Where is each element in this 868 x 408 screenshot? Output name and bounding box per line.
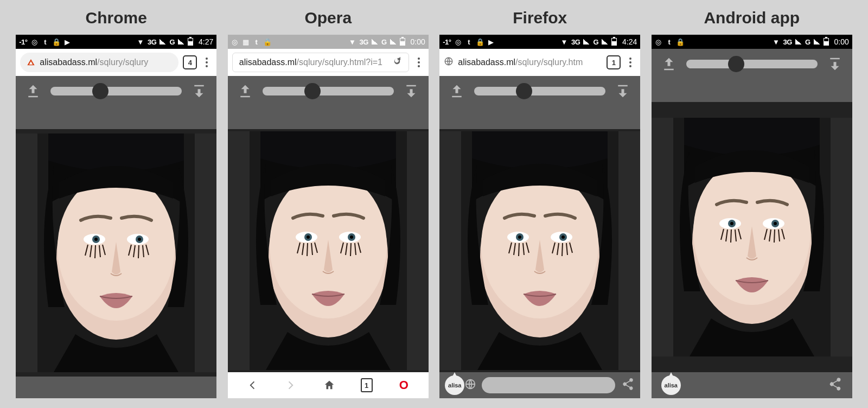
app-toolbar bbox=[228, 76, 429, 106]
menu-icon[interactable] bbox=[625, 58, 636, 67]
download-icon[interactable] bbox=[189, 81, 209, 101]
opera-bottom-nav: 1 O bbox=[228, 372, 429, 398]
signal-icon-2 bbox=[390, 39, 397, 44]
zoom-slider[interactable] bbox=[474, 87, 605, 95]
battery-icon bbox=[611, 38, 617, 46]
wifi-icon: ▼ bbox=[773, 38, 780, 46]
lock-icon: 🔒 bbox=[476, 38, 484, 46]
signal-icon-2 bbox=[602, 39, 608, 44]
download-icon[interactable] bbox=[401, 81, 421, 101]
battery-icon bbox=[188, 38, 193, 46]
globe-icon[interactable] bbox=[464, 378, 476, 392]
wifi-icon: ▼ bbox=[137, 38, 144, 46]
clock: 0:00 bbox=[834, 37, 849, 46]
image-viewport[interactable] bbox=[439, 129, 640, 372]
download-icon[interactable] bbox=[613, 81, 633, 101]
temp: -1° bbox=[19, 38, 27, 46]
content-image bbox=[228, 129, 429, 372]
upload-icon[interactable] bbox=[659, 54, 679, 74]
signal-icon-2 bbox=[814, 39, 820, 44]
share-icon[interactable] bbox=[827, 377, 843, 394]
image-viewport[interactable] bbox=[652, 102, 852, 372]
image-viewport[interactable] bbox=[228, 129, 429, 372]
col-title: Chrome bbox=[86, 9, 147, 27]
instagram-icon: ◎ bbox=[31, 38, 39, 46]
phone-firefox: -1° ◎ t 🔒 ▶ ▼ 3G G 4:24 alisabadass.ml/s… bbox=[439, 35, 640, 398]
wifi-icon: ▼ bbox=[349, 38, 356, 46]
play-store-icon: ▶ bbox=[487, 38, 495, 46]
phone-chrome: -1° ◎ t 🔒 ▶ ▼ 3G G 4:27 alisabadass.ml/s… bbox=[16, 35, 216, 398]
address-field[interactable]: alisabadass.ml/sqlury/sqlury.html?i=1 bbox=[232, 53, 409, 72]
col-title: Opera bbox=[304, 9, 352, 27]
statusbar: -1° ◎ t 🔒 ▶ ▼ 3G G 4:27 bbox=[16, 35, 216, 49]
tabs-button[interactable]: 4 bbox=[183, 55, 197, 69]
menu-icon[interactable] bbox=[201, 58, 212, 67]
menu-icon[interactable] bbox=[413, 58, 424, 67]
signal-icon bbox=[159, 39, 166, 44]
address-field[interactable]: alisabadass.ml/sqlury/sqlury.htm bbox=[458, 58, 602, 67]
android-bottom-bar: alisa bbox=[652, 372, 852, 398]
column-chrome: Chrome -1° ◎ t 🔒 ▶ ▼ 3G G 4:27 alis bbox=[15, 3, 218, 398]
zoom-slider[interactable] bbox=[50, 87, 182, 95]
net-label: 3G bbox=[571, 38, 580, 46]
reload-icon[interactable] bbox=[392, 56, 402, 68]
warning-icon bbox=[27, 58, 35, 67]
search-field[interactable] bbox=[482, 377, 615, 393]
net-label: 3G bbox=[783, 38, 792, 46]
instagram-icon: ◎ bbox=[655, 38, 662, 46]
lock-icon: 🔒 bbox=[676, 38, 684, 46]
opera-urlbar: alisabadass.ml/sqlury/sqlury.html?i=1 bbox=[228, 49, 429, 76]
tumblr-icon: t bbox=[253, 38, 260, 46]
column-opera: Opera ◎ ▦ t 🔒 ▼ 3G G 0:00 alisabadass.ml… bbox=[227, 3, 430, 398]
tabs-button[interactable]: 1 bbox=[607, 55, 621, 69]
back-button[interactable] bbox=[245, 378, 259, 392]
slider-knob[interactable] bbox=[304, 83, 321, 99]
share-icon[interactable] bbox=[621, 377, 635, 393]
column-android: Android app ◎ t 🔒 ▼ 3G G 0:00 bbox=[651, 3, 853, 398]
address-field[interactable]: alisabadass.ml/sqlury/sqlury bbox=[20, 53, 178, 72]
firefox-bottom-bar: alisa bbox=[439, 372, 640, 398]
image-viewport[interactable] bbox=[16, 129, 216, 377]
lock-icon: 🔒 bbox=[264, 38, 271, 46]
download-icon[interactable] bbox=[825, 54, 845, 74]
clock: 4:27 bbox=[199, 37, 213, 46]
spacer bbox=[16, 106, 216, 129]
temp: -1° bbox=[443, 38, 451, 46]
wifi-icon: ▼ bbox=[560, 38, 568, 46]
content-image bbox=[16, 129, 216, 377]
upload-icon[interactable] bbox=[447, 81, 467, 101]
app-toolbar bbox=[16, 76, 216, 106]
net-label: 3G bbox=[360, 38, 368, 46]
opera-icon[interactable]: O bbox=[397, 378, 411, 392]
carrier: G bbox=[593, 38, 598, 46]
slider-knob[interactable] bbox=[92, 83, 108, 99]
clock: 4:24 bbox=[622, 37, 637, 46]
zoom-slider[interactable] bbox=[686, 60, 818, 68]
alisa-badge[interactable]: alisa bbox=[445, 375, 464, 395]
forward-button[interactable] bbox=[284, 378, 298, 392]
tabs-button[interactable]: 1 bbox=[361, 378, 373, 392]
lock-icon: 🔒 bbox=[53, 38, 60, 46]
slider-knob[interactable] bbox=[516, 83, 532, 99]
alisa-badge[interactable]: alisa bbox=[661, 375, 681, 395]
phone-opera: ◎ ▦ t 🔒 ▼ 3G G 0:00 alisabadass.ml/sqlur… bbox=[228, 35, 429, 398]
zoom-slider[interactable] bbox=[263, 87, 394, 95]
signal-icon bbox=[583, 39, 590, 44]
instagram-icon: ◎ bbox=[231, 38, 239, 46]
url-path: /sqlury/sqlury.html?i=1 bbox=[297, 58, 382, 67]
net-label: 3G bbox=[148, 38, 156, 46]
url-domain: alisabadass.ml bbox=[239, 58, 297, 67]
battery-icon bbox=[400, 38, 405, 46]
upload-icon[interactable] bbox=[23, 81, 43, 101]
slider-knob[interactable] bbox=[728, 56, 744, 72]
tumblr-icon: t bbox=[42, 38, 49, 46]
carrier: G bbox=[169, 38, 175, 46]
play-store-icon: ▶ bbox=[63, 38, 71, 46]
tabs-count: 4 bbox=[188, 59, 192, 67]
column-firefox: Firefox -1° ◎ t 🔒 ▶ ▼ 3G G 4:24 alisa bbox=[439, 3, 641, 398]
carrier: G bbox=[381, 38, 387, 46]
upload-icon[interactable] bbox=[235, 81, 255, 101]
col-title: Firefox bbox=[513, 9, 567, 27]
badge-label: alisa bbox=[665, 382, 678, 388]
home-button[interactable] bbox=[322, 378, 336, 392]
